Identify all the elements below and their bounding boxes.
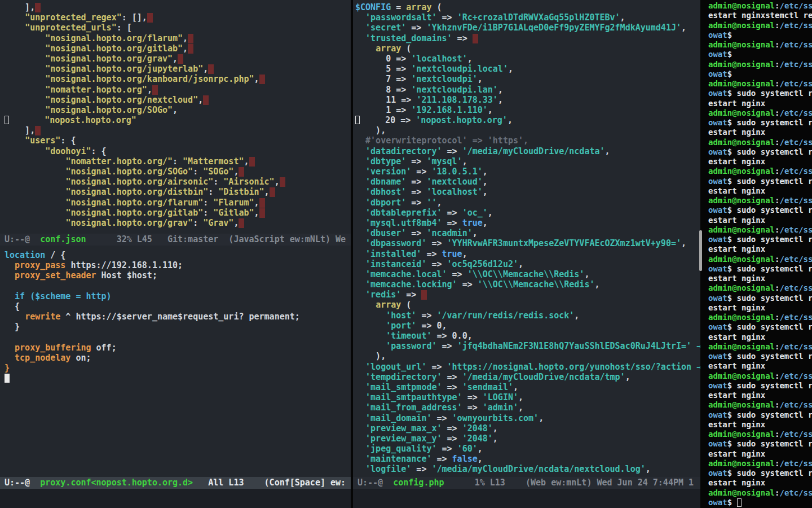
- code-segment: '60': [457, 444, 478, 454]
- code-segment: 0: [386, 54, 391, 64]
- code-segment: "nosignal.hopto.org/airsonic": [65, 177, 213, 187]
- code-segment: admin@nosignal: [708, 371, 775, 380]
- text-line: "nosignal.hopto.org/kanboard/jsonrpc.php…: [5, 74, 351, 84]
- code-segment: owat: [708, 322, 727, 331]
- code-segment: =>: [391, 74, 411, 84]
- code-segment: $ sudo systemctl r: [727, 410, 812, 419]
- text-line: {: [5, 301, 351, 312]
- code-segment: ,: [478, 444, 483, 454]
- buffer-proxy-conf[interactable]: location / { proxy_pass https://192.168.…: [0, 246, 351, 476]
- code-segment: 'preview_max_x': [365, 423, 442, 433]
- code-segment: [9, 115, 45, 125]
- buffer-conf-json[interactable]: ], "unprotected_regex": [], "unprotected…: [0, 0, 351, 234]
- truncation-arrow-icon: →: [696, 341, 700, 351]
- code-segment: =>: [426, 362, 447, 372]
- code-segment: [355, 249, 365, 259]
- code-segment: =>: [391, 64, 411, 74]
- code-segment: '/var/run/redis/redis.sock': [437, 310, 575, 321]
- text-line: 'dbuser' => 'ncadmin',: [355, 228, 700, 238]
- code-segment: ,: [574, 310, 579, 321]
- text-line: 'preview_max_x' => '2048',: [355, 423, 700, 433]
- text-line: U:--@ proxy.conf<nopost.hopto.org.d> All…: [0, 477, 351, 489]
- code-segment: $ sudo systemctl r: [727, 322, 812, 331]
- code-segment: 1% L13 (Web ew:mnLt) Wed Jun 24 7:44PM 1: [444, 478, 694, 488]
- text-line: "nosignal.hopto.org/nextcloud",: [5, 95, 351, 105]
- code-segment: ,: [488, 105, 493, 115]
- text-line: admin@nosignal:/etc/ss: [708, 1, 812, 11]
- buffer-config-php[interactable]: $CONFIG = array ( 'passwordsalt' => 'Rc+…: [353, 0, 700, 476]
- code-segment: ),: [355, 125, 386, 135]
- code-segment: [355, 392, 365, 402]
- trailing-whitespace-marker: [473, 34, 478, 43]
- code-segment: [355, 433, 365, 444]
- code-segment: owat: [708, 439, 727, 448]
- code-segment: ,: [483, 177, 488, 187]
- trailing-whitespace-marker: [280, 177, 285, 187]
- code-segment: ,: [493, 433, 498, 444]
- minibuffer-middle: [353, 489, 700, 508]
- code-segment: ),: [355, 351, 386, 361]
- text-line: owat$ sudo systemctl r: [708, 410, 812, 420]
- code-segment: $ sudo systemctl r: [727, 147, 812, 156]
- code-segment: [5, 187, 65, 197]
- code-segment: [355, 177, 365, 187]
- code-segment: [355, 218, 365, 228]
- code-segment: admin@nosignal: [708, 313, 775, 322]
- code-segment: 'installed': [365, 249, 421, 259]
- code-segment: [355, 85, 386, 95]
- code-segment: [355, 105, 386, 115]
- code-segment: '2048': [462, 433, 493, 444]
- terminal-pane[interactable]: admin@nosignal:/etc/ssestart nginxstemct…: [703, 0, 812, 508]
- code-segment: [5, 260, 15, 270]
- text-line: admin@nosignal:/etc/ss: [708, 342, 812, 352]
- code-segment: "Flarum": [213, 198, 254, 208]
- code-segment: U:--@: [5, 478, 40, 488]
- code-segment: 'oc5q256d12u2': [447, 259, 518, 269]
- text-line: 'dbtableprefix' => 'oc_',: [355, 208, 700, 218]
- text-line: owat$ sudo systemctl r: [708, 235, 812, 244]
- code-segment: [355, 279, 365, 290]
- code-segment: /etc/ss: [779, 1, 812, 10]
- code-segment: :: [213, 177, 223, 187]
- code-segment: [360, 115, 385, 125]
- code-segment: ,: [646, 464, 651, 474]
- text-line: owat$: [708, 498, 812, 507]
- code-segment: ,: [437, 198, 442, 208]
- code-segment: admin@nosignal: [708, 255, 775, 264]
- code-segment: =>: [395, 115, 416, 125]
- text-line: 'secret' => 'YkhznvFDe/i1BP7G1ALqeD0eFf9…: [355, 23, 700, 33]
- text-line: "unprotected_urls": [: [5, 23, 351, 33]
- code-segment: owat: [708, 30, 727, 40]
- code-segment: ,: [483, 167, 488, 177]
- code-segment: 'dbuser': [365, 228, 406, 238]
- trailing-whitespace-marker: [259, 208, 265, 218]
- modeline-conf-json[interactable]: U:--@ conf.json 32% L45 Git:master (Java…: [0, 234, 351, 246]
- code-segment: [355, 454, 365, 464]
- code-segment: ,: [498, 95, 503, 105]
- text-line: [5, 332, 351, 343]
- code-segment: array: [406, 2, 431, 12]
- emacs-frame-left: ], "unprotected_regex": [], "unprotected…: [0, 0, 351, 508]
- code-segment: 'LOGIN': [483, 392, 518, 402]
- code-segment: 1: [386, 105, 391, 115]
- code-segment: owat: [708, 264, 727, 273]
- text-line: admin@nosignal:/etc/ss: [708, 40, 812, 50]
- trailing-whitespace-marker: [35, 3, 41, 12]
- code-segment: rewrite: [25, 312, 60, 322]
- modeline-proxy-conf[interactable]: U:--@ proxy.conf<nopost.hopto.org.d> All…: [0, 477, 351, 489]
- code-segment: /etc/ss: [779, 196, 812, 205]
- text-line: estart nginx: [708, 332, 812, 342]
- code-segment: : {: [60, 135, 76, 146]
- code-segment: =>: [406, 187, 426, 197]
- text-line: owat$: [708, 50, 812, 59]
- code-segment: [355, 156, 365, 167]
- code-segment: ,: [254, 74, 259, 84]
- code-segment: admin@nosignal: [708, 488, 775, 497]
- truncation-arrow-icon: →: [696, 362, 700, 372]
- scrollbar-thumb[interactable]: [699, 230, 702, 271]
- modeline-config-php[interactable]: U:--@ config.php 1% L13 (Web ew:mnLt) We…: [353, 477, 700, 489]
- trailing-whitespace-marker: [188, 44, 193, 54]
- code-segment: =>: [442, 208, 462, 218]
- code-segment: estart nginx: [708, 391, 765, 400]
- code-segment: ,: [625, 372, 630, 382]
